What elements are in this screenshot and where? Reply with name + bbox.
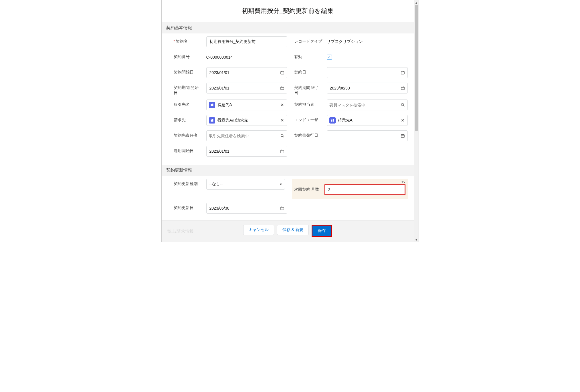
label-next-months: 次回契約 月数 [294, 184, 320, 192]
vertical-scrollbar[interactable]: ▲ ▼ [414, 0, 419, 242]
modal-header: 初期費用按分_契約更新前を編集 [162, 0, 414, 21]
save-button[interactable]: 保存 [312, 226, 331, 236]
label-active: 有効 [294, 52, 323, 59]
account-name-lookup[interactable]: 得意先A ✕ [206, 100, 287, 110]
label-start-date: 契約開始日 [174, 67, 202, 75]
account-icon [209, 102, 215, 108]
apply-start-input[interactable] [206, 146, 287, 157]
label-period-start: 契約期間 開始日 [174, 83, 202, 95]
account-resp-lookup[interactable] [206, 130, 287, 141]
svg-point-11 [281, 134, 283, 137]
label-account-resp: 契約先責任者 [174, 130, 202, 138]
modal-footer: 売上/請求情報 キャンセル 保存 & 新規 保存 [162, 220, 414, 242]
scroll-content: 初期費用按分_契約更新前を編集 契約基本情報 *契約名 レコードタイプ サブスク… [162, 0, 414, 242]
chevron-down-icon: ▾ [280, 182, 282, 186]
cancel-button[interactable]: キャンセル [243, 225, 274, 235]
clear-icon[interactable]: ✕ [400, 118, 405, 123]
scrollbar-thumb[interactable] [415, 5, 418, 131]
label-renew-type: 契約更新種別 [174, 179, 202, 186]
next-months-emphasis [324, 184, 405, 195]
label-contract-number: 契約番号 [174, 52, 202, 59]
svg-point-6 [401, 104, 403, 106]
clear-icon[interactable]: ✕ [280, 102, 285, 108]
clear-icon[interactable]: ✕ [280, 118, 285, 123]
renew-type-select[interactable]: --なし-- ▾ [206, 179, 285, 190]
end-user-lookup[interactable]: 得意先A ✕ [327, 115, 408, 126]
scroll-down-arrow[interactable]: ▼ [414, 237, 419, 242]
section-header-renewal: 契約更新情報 [162, 165, 414, 176]
scroll-up-arrow[interactable]: ▲ [414, 0, 419, 5]
account-resp-input[interactable] [209, 131, 278, 141]
undo-icon[interactable] [401, 180, 405, 184]
section-header-basic: 契約基本情報 [162, 22, 414, 33]
svg-rect-7 [211, 120, 212, 122]
label-owner: 契約担当者 [294, 100, 323, 107]
contract-date-input[interactable] [327, 67, 408, 78]
svg-rect-10 [332, 119, 334, 122]
label-end-user: エンドユーザ [294, 115, 323, 123]
search-icon [401, 103, 405, 107]
owner-input[interactable] [329, 100, 398, 110]
disabled-section-hint: 売上/請求情報 [167, 229, 194, 234]
account-icon [209, 117, 215, 124]
next-months-input[interactable] [325, 185, 405, 194]
search-icon [280, 134, 285, 138]
label-record-type: レコードタイプ [294, 36, 323, 44]
contract-number-value: C-0000000014 [206, 52, 287, 63]
label-issue-date: 契約書発行日 [294, 130, 323, 138]
contract-name-input[interactable] [206, 36, 287, 47]
save-and-new-button[interactable]: 保存 & 新規 [277, 225, 309, 235]
svg-rect-8 [212, 119, 213, 122]
renew-date-input[interactable] [206, 203, 287, 214]
label-period-end: 契約期間 終了日 [294, 83, 323, 95]
label-contract-date: 契約日 [294, 67, 323, 75]
basic-form: *契約名 レコードタイプ サブスクリプション 契約番号 C-0000000014 [162, 33, 414, 164]
start-date-input[interactable] [206, 67, 287, 78]
bill-to-lookup[interactable]: 得意先Aの請求先 ✕ [206, 115, 287, 126]
record-type-value: サブスクリプション [327, 36, 408, 47]
renewal-form: 契約更新種別 --なし-- ▾ 次回契約 月数 [162, 176, 414, 220]
active-checkbox[interactable]: ✓ [327, 55, 332, 60]
period-start-input[interactable] [206, 83, 287, 93]
label-account-name: 取引先名 [174, 100, 202, 107]
svg-rect-4 [211, 104, 212, 106]
owner-lookup[interactable] [327, 100, 408, 110]
modal-window: 初期費用按分_契約更新前を編集 契約基本情報 *契約名 レコードタイプ サブスク… [161, 0, 419, 242]
issue-date-input[interactable] [327, 130, 408, 141]
page-title: 初期費用按分_契約更新前を編集 [162, 7, 414, 15]
svg-rect-9 [331, 120, 332, 122]
next-months-highlight: 次回契約 月数 [292, 179, 408, 199]
svg-rect-5 [212, 104, 213, 106]
label-contract-name: *契約名 [174, 36, 202, 44]
label-apply-start: 適用開始日 [174, 146, 202, 154]
account-icon [329, 117, 336, 124]
label-renew-date: 契約更新日 [174, 203, 202, 210]
period-end-input[interactable] [327, 83, 408, 93]
label-bill-to: 請求先 [174, 115, 202, 123]
save-emphasis: 保存 [312, 225, 332, 237]
